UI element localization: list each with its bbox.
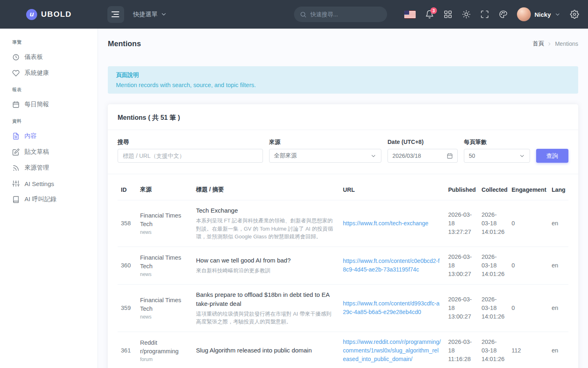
draft-icon <box>12 148 20 156</box>
source-type: forum <box>140 357 189 362</box>
table-row: 361Reddit r/programmingforumSlug Algorit… <box>118 332 568 368</box>
theme-customizer-button[interactable] <box>499 10 508 19</box>
chevron-down-icon <box>370 153 376 159</box>
calendar-icon <box>447 153 453 159</box>
source-select-value: 全部來源 <box>274 152 297 159</box>
query-button[interactable]: 查詢 <box>536 149 568 163</box>
card-header: Mentions ( 共 51 筆 ) <box>108 104 578 130</box>
sidebar-item-ai[interactable]: AI Settings <box>0 176 98 191</box>
card-title: Mentions ( 共 51 筆 ) <box>118 114 568 122</box>
cell-collected: 2026-03-18 14:01:26 <box>478 284 508 332</box>
us-flag-icon[interactable] <box>404 11 416 18</box>
cell-published: 2026-03-18 11:16:28 <box>445 332 478 368</box>
cell-title: Banks prepare to offload $18bn in debt t… <box>193 284 340 332</box>
cell-url: https://www.reddit.com/r/programming/com… <box>340 332 445 368</box>
page-header: Mentions 首頁 Mentions <box>108 29 578 48</box>
sidebar-item-label: 內容 <box>24 132 37 140</box>
cell-source: Financial Times Technews <box>137 200 193 247</box>
date-input[interactable]: 2026/03/18 <box>388 149 458 163</box>
user-name: Nicky <box>535 11 551 18</box>
date-value: 2026/03/18 <box>392 153 421 159</box>
topbar-actions: 3 Nicky <box>404 0 579 29</box>
sidebar-section-label: 資料 <box>0 112 98 128</box>
source-type: news <box>140 314 189 320</box>
mention-url-link[interactable]: https://www.ft.com/tech-exchange <box>343 219 442 228</box>
column-header: ID <box>118 177 137 200</box>
sidebar-item-label: AI 呼叫記錄 <box>24 195 56 203</box>
source-label: 來源 <box>269 139 381 145</box>
cell-lang: en <box>548 200 568 247</box>
sidebar-item-content[interactable]: 內容 <box>0 128 98 144</box>
sidebar-section-label: 報表 <box>0 81 98 96</box>
source-type: news <box>140 272 189 277</box>
fullscreen-button[interactable] <box>480 10 489 19</box>
table-row: 360Financial Times TechnewsHow can we te… <box>118 247 568 284</box>
user-menu[interactable]: Nicky <box>517 7 561 21</box>
topbar-search <box>294 7 387 22</box>
filters-bar: 搜尋 來源 全部來源 Date (UTC+8) 2026/03/18 每頁筆數 <box>108 130 578 174</box>
mentions-table-wrap: ID來源標題 / 摘要URLPublishedCollectedEngageme… <box>108 174 578 368</box>
sidebar-item-draft[interactable]: 貼文草稿 <box>0 144 98 160</box>
palette-icon <box>499 10 508 19</box>
breadcrumb-home[interactable]: 首頁 <box>532 40 544 47</box>
sidebar-item-label: 貼文草稿 <box>24 148 49 156</box>
page-title: Mentions <box>108 39 141 48</box>
mention-title: Slug Algorithm released into public doma… <box>196 346 336 355</box>
cell-engagement: 0 <box>508 247 548 284</box>
source-name: Reddit r/programming <box>140 339 189 356</box>
cell-title: Tech Exchange本系列呈現 FT 記者與科技產業的領袖、創新者與思想家… <box>193 200 340 247</box>
gear-icon <box>570 10 579 19</box>
mention-url-link[interactable]: https://www.reddit.com/r/programming/com… <box>343 338 442 364</box>
main-content: Mentions 首頁 Mentions 頁面說明 Mention record… <box>98 29 588 368</box>
sidebar-item-rss[interactable]: 來源管理 <box>0 160 98 176</box>
content-icon <box>12 132 20 140</box>
cell-source: Reddit r/programmingforum <box>137 332 193 368</box>
chevron-down-icon <box>519 153 525 159</box>
cell-id: 361 <box>118 332 137 368</box>
search-icon <box>300 11 307 18</box>
breadcrumb-current: Mentions <box>555 40 578 47</box>
cell-id: 360 <box>118 247 137 284</box>
search-input[interactable] <box>118 149 263 163</box>
cell-lang: en <box>548 247 568 284</box>
sidebar-item-label: 系統健康 <box>24 69 49 77</box>
breadcrumb: 首頁 Mentions <box>532 40 578 47</box>
chevron-down-icon <box>555 11 561 18</box>
menu-toggle-button[interactable] <box>107 6 124 23</box>
cell-title: How can we tell good AI from bad?來自新科技崎嶇… <box>193 247 340 284</box>
cell-engagement: 0 <box>508 284 548 332</box>
notifications-button[interactable]: 3 <box>425 10 434 19</box>
column-header: Lang <box>548 177 568 200</box>
brand-logo-icon: u <box>26 9 37 20</box>
sun-icon <box>462 10 471 19</box>
ai-icon <box>12 180 20 187</box>
topbar-search-input[interactable] <box>310 11 381 18</box>
mention-summary: 來自新科技崎嶇前沿的更多教訓 <box>196 267 336 275</box>
source-name: Financial Times Tech <box>140 211 189 229</box>
source-select[interactable]: 全部來源 <box>269 149 381 163</box>
mention-url-link[interactable]: https://www.ft.com/content/d993cdfc-a29c… <box>343 299 442 316</box>
cell-url: https://www.ft.com/content/d993cdfc-a29c… <box>340 284 445 332</box>
brand-logo-text: UBOLD <box>41 10 71 19</box>
sidebar-item-health[interactable]: 系統健康 <box>0 65 98 81</box>
per-page-value: 50 <box>469 153 475 159</box>
date-label: Date (UTC+8) <box>388 139 458 145</box>
sidebar-item-dashboard[interactable]: 儀表板 <box>0 49 98 65</box>
sidebar-item-calendar[interactable]: 每日簡報 <box>0 96 98 112</box>
mentions-table-body: 358Financial Times TechnewsTech Exchange… <box>118 200 568 368</box>
cell-lang: en <box>548 332 568 368</box>
apps-grid-button[interactable] <box>443 10 452 19</box>
sidebar-item-call-log[interactable]: AI 呼叫記錄 <box>0 191 98 207</box>
settings-button[interactable] <box>570 10 579 19</box>
mention-url-link[interactable]: https://www.ft.com/content/c0e0bcd2-f8c9… <box>343 257 442 274</box>
brand-logo[interactable]: u UBOLD <box>0 0 98 29</box>
search-label: 搜尋 <box>118 139 263 145</box>
light-mode-button[interactable] <box>462 10 471 19</box>
per-page-select[interactable]: 50 <box>464 149 530 163</box>
cell-published: 2026-03-18 13:00:27 <box>445 284 478 332</box>
mention-summary: 本系列呈現 FT 記者與科技產業的領袖、創新者與思想家的對談。在最新一集，GV … <box>196 217 336 241</box>
sidebar: 導覽儀表板系統健康報表每日簡報資料內容貼文草稿來源管理AI SettingsAI… <box>0 29 98 368</box>
quick-menu-dropdown[interactable]: 快捷選單 <box>133 11 167 18</box>
sidebar-item-label: 儀表板 <box>24 53 43 61</box>
topbar: u UBOLD 快捷選單 3 Nicky <box>0 0 588 29</box>
